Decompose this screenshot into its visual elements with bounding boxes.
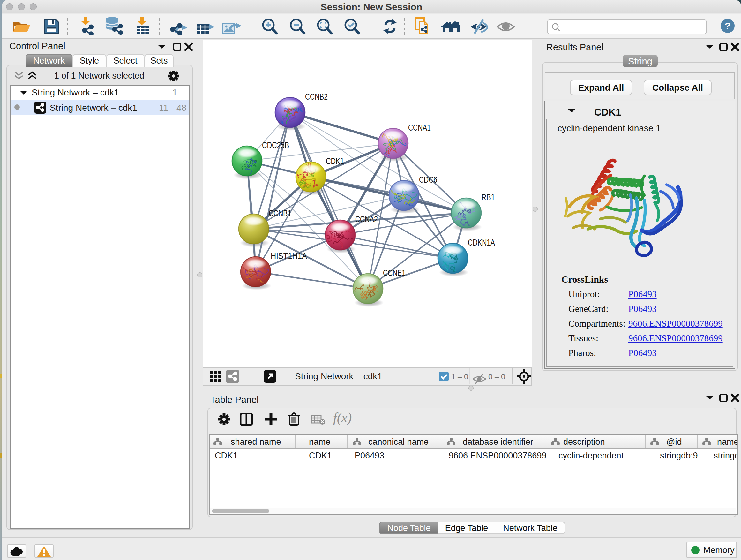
svg-text:CCNA1: CCNA1 bbox=[408, 123, 431, 132]
svg-text:?: ? bbox=[725, 20, 731, 31]
svg-text:CDKN1A: CDKN1A bbox=[468, 238, 495, 247]
svg-text:CDK1: CDK1 bbox=[326, 156, 344, 166]
svg-text:CDC6: CDC6 bbox=[419, 175, 437, 185]
svg-text:CCNE1: CCNE1 bbox=[383, 268, 406, 278]
svg-text:CDC25B: CDC25B bbox=[262, 140, 289, 150]
svg-text:RB1: RB1 bbox=[481, 192, 495, 202]
svg-text:CCNA2: CCNA2 bbox=[355, 214, 378, 224]
svg-text:CCNB2: CCNB2 bbox=[305, 91, 328, 102]
svg-text:HIST1H1A: HIST1H1A bbox=[271, 251, 307, 261]
svg-text:CCNB1: CCNB1 bbox=[269, 208, 291, 218]
